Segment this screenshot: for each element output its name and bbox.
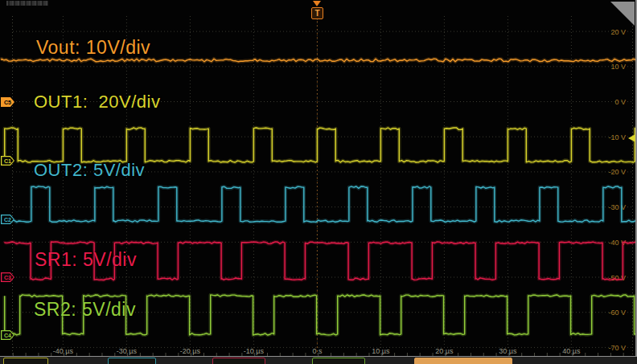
channel-chip-1[interactable] bbox=[3, 358, 48, 364]
channel-chip-5[interactable] bbox=[414, 358, 512, 364]
svg-text:30 µs: 30 µs bbox=[499, 347, 517, 355]
svg-text:-20 V: -20 V bbox=[608, 168, 626, 176]
out1-channel-label: OUT1: 20V/div bbox=[34, 92, 160, 112]
channel-chip-2[interactable] bbox=[108, 358, 156, 364]
trace-out1 bbox=[5, 128, 637, 162]
channel-chip-3[interactable] bbox=[212, 358, 265, 364]
channel-badge-c3-text: C3 bbox=[4, 275, 11, 280]
trace-vout bbox=[2, 59, 636, 62]
corner-expand-triangle-icon[interactable] bbox=[610, 2, 635, 26]
svg-text:-20 µs: -20 µs bbox=[180, 347, 201, 355]
trigger-position-arrow-icon[interactable] bbox=[313, 1, 321, 6]
system-status-label bbox=[6, 1, 48, 6]
svg-text:-60 V: -60 V bbox=[608, 309, 626, 317]
trigger-marker[interactable]: T bbox=[311, 7, 323, 19]
svg-text:10 V: 10 V bbox=[610, 63, 626, 71]
sr2-channel-label: SR2: 5V/div bbox=[34, 299, 136, 321]
svg-text:10 µs: 10 µs bbox=[372, 347, 390, 355]
out2-channel-label: OUT2: 5V/div bbox=[34, 160, 145, 181]
svg-text:0 s: 0 s bbox=[312, 347, 323, 355]
svg-text:20 µs: 20 µs bbox=[435, 347, 454, 355]
trace-out2 bbox=[5, 186, 637, 223]
trigger-level-arrow-icon[interactable] bbox=[628, 134, 635, 142]
svg-text:0 V: 0 V bbox=[614, 98, 626, 106]
svg-text:-10 µs: -10 µs bbox=[244, 347, 265, 355]
svg-text:-40 µs: -40 µs bbox=[53, 347, 74, 355]
sr1-channel-label: SR1: 5V/div bbox=[35, 249, 137, 271]
svg-text:-30 µs: -30 µs bbox=[117, 347, 138, 355]
channel-chip-4[interactable] bbox=[312, 358, 365, 364]
channel-badge-c5-text: C5 bbox=[4, 100, 11, 105]
svg-text:40 µs: 40 µs bbox=[562, 347, 581, 355]
svg-text:20 V: 20 V bbox=[610, 28, 626, 36]
oscilloscope-screen: -40 µs-30 µs-20 µs-10 µs0 s10 µs20 µs30 … bbox=[0, 0, 637, 364]
channel-badge-c1-text: C1 bbox=[4, 158, 11, 164]
vout-channel-label: Vout: 10V/div bbox=[36, 37, 150, 59]
svg-text:-70 V: -70 V bbox=[608, 344, 626, 352]
channel-badge-c2-text: C2 bbox=[4, 217, 11, 223]
svg-text:-10 V: -10 V bbox=[608, 133, 626, 141]
channel-badge-c4-text: C4 bbox=[4, 333, 11, 338]
